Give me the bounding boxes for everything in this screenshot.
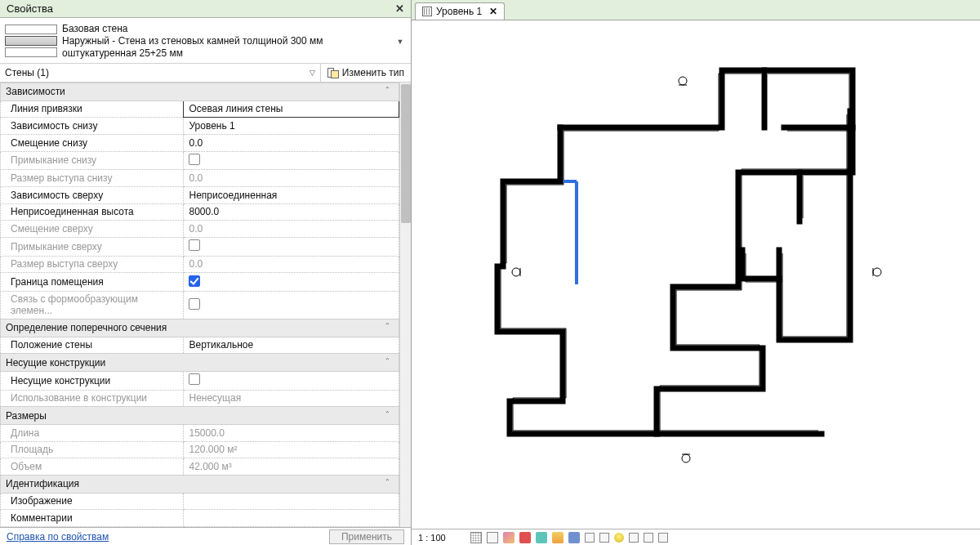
property-value[interactable] <box>184 273 399 292</box>
temp-hide-icon[interactable] <box>629 533 639 543</box>
rendering-icon[interactable] <box>536 532 547 543</box>
filter-select[interactable]: Стены (1) ▽ <box>0 64 321 82</box>
property-label: Смещение снизу <box>1 134 184 151</box>
edit-type-icon <box>327 68 339 78</box>
chevron-down-icon: ▽ <box>310 69 315 77</box>
property-row: Площадь120.000 м² <box>1 441 399 458</box>
property-row: Размер выступа сверху0.0 <box>1 256 399 273</box>
property-row: Положение стеныВертикальное <box>1 337 399 354</box>
collapse-chevron-icon: ⌃ <box>385 86 394 93</box>
view-status-bar: 1 : 100 <box>412 529 980 545</box>
property-value: Ненесущая <box>184 390 399 407</box>
property-value <box>184 151 399 170</box>
property-value[interactable]: 0.0 <box>184 134 399 151</box>
worksharing-icon[interactable] <box>644 533 653 543</box>
collapse-chevron-icon: ⌃ <box>385 478 394 485</box>
group-header[interactable]: Несущие конструкции⌃ <box>1 354 399 372</box>
type-selector[interactable]: Базовая стена Наружный - Стена из стенов… <box>0 18 411 63</box>
scrollbar[interactable] <box>399 83 411 527</box>
canvas-area: Уровень 1 ✕ <box>412 0 980 545</box>
checkbox[interactable] <box>189 373 200 385</box>
property-value[interactable]: Неприсоединенная <box>184 186 399 203</box>
shadows-icon[interactable] <box>519 532 531 543</box>
reveal-hidden-icon[interactable] <box>614 533 624 543</box>
property-label: Связь с формообразующим элемен... <box>1 291 184 319</box>
crop-region-icon[interactable] <box>568 532 580 543</box>
hide-icon[interactable] <box>599 533 609 543</box>
group-header[interactable]: Размеры⌃ <box>1 407 399 425</box>
property-label: Несущие конструкции <box>1 371 184 390</box>
property-label: Неприсоединенная высота <box>1 203 184 221</box>
property-value[interactable]: Вертикальное <box>184 337 399 354</box>
property-row: Граница помещения <box>1 273 399 292</box>
type-name: Наружный - Стена из стеновых камней толщ… <box>62 35 390 60</box>
scale-label[interactable]: 1 : 100 <box>418 533 459 543</box>
svg-point-1 <box>512 268 520 276</box>
property-row: Линия привязкиОсевая линия стены <box>1 101 399 118</box>
property-label: Положение стены <box>1 337 184 354</box>
group-header[interactable]: Идентификация⌃ <box>1 475 399 493</box>
checkbox[interactable] <box>189 275 200 287</box>
view-tabs: Уровень 1 ✕ <box>412 0 980 20</box>
svg-point-0 <box>679 77 687 85</box>
properties-help-link[interactable]: Справка по свойствам <box>7 531 109 543</box>
property-label: Длина <box>1 424 184 441</box>
plan-view[interactable] <box>412 20 980 529</box>
property-label: Площадь <box>1 441 184 458</box>
filter-value: Стены (1) <box>5 67 49 78</box>
property-row: Использование в конструкцииНенесущая <box>1 390 399 407</box>
property-value[interactable] <box>184 371 399 390</box>
apply-button[interactable]: Применить <box>329 529 404 544</box>
property-row: Связь с формообразующим элемен... <box>1 291 399 319</box>
property-row: Объем42.000 м³ <box>1 458 399 476</box>
checkbox <box>189 298 200 310</box>
analytical-icon[interactable] <box>658 533 668 543</box>
property-label: Линия привязки <box>1 101 184 118</box>
checkbox <box>189 154 200 165</box>
svg-point-3 <box>682 454 690 462</box>
scrollbar-thumb[interactable] <box>401 84 411 223</box>
property-row: Длина15000.0 <box>1 424 399 441</box>
property-value: 0.0 <box>184 221 399 238</box>
property-label: Размер выступа снизу <box>1 170 184 187</box>
property-label: Изображение <box>1 493 184 510</box>
property-label: Использование в конструкции <box>1 390 184 407</box>
visual-style-icon[interactable] <box>487 532 498 543</box>
sun-path-icon[interactable] <box>503 532 514 543</box>
tab-label: Уровень 1 <box>436 6 482 17</box>
type-dropdown-arrow[interactable]: ▼ <box>394 38 406 46</box>
property-row: Комментарии <box>1 510 399 527</box>
close-panel-button[interactable]: ✕ <box>392 2 408 15</box>
property-value[interactable] <box>184 510 399 527</box>
property-value[interactable]: Уровень 1 <box>184 118 399 135</box>
property-value: 0.0 <box>184 170 399 187</box>
view-tab-level1[interactable]: Уровень 1 ✕ <box>415 2 505 20</box>
collapse-chevron-icon: ⌃ <box>385 322 394 329</box>
property-row: Зависимость снизуУровень 1 <box>1 118 399 135</box>
edit-type-label: Изменить тип <box>342 67 404 78</box>
property-row: Зависимость сверхуНеприсоединенная <box>1 186 399 203</box>
family-name: Базовая стена <box>62 23 390 35</box>
property-label: Зависимость снизу <box>1 118 184 135</box>
property-row: Примыкание сверху <box>1 237 399 256</box>
property-row: Смещение снизу0.0 <box>1 134 399 151</box>
group-header[interactable]: Зависимости⌃ <box>1 83 399 101</box>
property-label: Смещение сверху <box>1 221 184 238</box>
lock-icon[interactable] <box>585 533 595 543</box>
property-label: Граница помещения <box>1 273 184 292</box>
detail-level-icon[interactable] <box>470 532 482 543</box>
property-value: 42.000 м³ <box>184 458 399 476</box>
crop-view-icon[interactable] <box>552 532 564 543</box>
close-tab-button[interactable]: ✕ <box>489 6 497 17</box>
property-value[interactable]: 8000.0 <box>184 203 399 221</box>
property-label: Размер выступа сверху <box>1 256 184 273</box>
edit-type-button[interactable]: Изменить тип <box>321 64 411 82</box>
property-row: Размер выступа снизу0.0 <box>1 170 399 187</box>
property-value <box>184 291 399 319</box>
property-value[interactable]: Осевая линия стены <box>184 101 399 118</box>
property-value: 15000.0 <box>184 424 399 441</box>
property-value[interactable] <box>184 493 399 510</box>
property-value <box>184 237 399 256</box>
group-header[interactable]: Определение поперечного сечения⌃ <box>1 319 399 337</box>
svg-point-2 <box>873 268 881 276</box>
